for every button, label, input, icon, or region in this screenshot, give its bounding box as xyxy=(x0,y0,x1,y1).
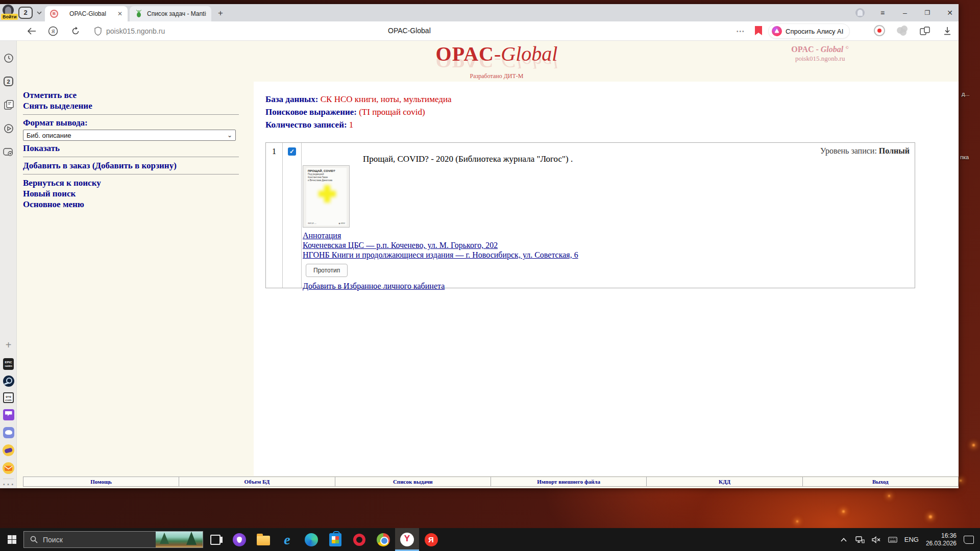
browser-profile-icon[interactable] xyxy=(855,8,865,17)
footer-item-kdd[interactable]: КДД xyxy=(647,477,802,486)
toolbar-dots-icon[interactable]: ••• xyxy=(737,29,745,34)
taskbar-yandex-app[interactable]: Я xyxy=(419,528,443,551)
sidebar-item-select-all[interactable]: Отметить все xyxy=(23,90,239,101)
opac-tagline: Разработано ДИТ-М xyxy=(430,72,563,80)
side-panels-icon[interactable] xyxy=(919,25,931,37)
side-panel-divider xyxy=(3,479,14,479)
language-indicator[interactable]: ENG xyxy=(904,536,919,543)
footer-item-db-volume[interactable]: Объем БД xyxy=(179,477,335,486)
footer-item-help[interactable]: Помощь xyxy=(23,477,179,486)
browser-menu-icon[interactable]: ≡ xyxy=(878,9,887,17)
taskbar-file-explorer[interactable] xyxy=(251,528,275,551)
page-area: 2 + EPICGAMES gogcom • • xyxy=(0,41,959,488)
sidebar-item-show[interactable]: Показать xyxy=(23,143,239,154)
holding-link-kochenevo[interactable]: Коченевская ЦБС — р.п. Коченево, ул. М. … xyxy=(303,240,578,250)
epic-games-icon[interactable]: EPICGAMES xyxy=(3,358,14,370)
notes-icon[interactable] xyxy=(3,99,14,111)
sidebar-item-add-to-order[interactable]: Добавить в заказ (Добавить в корзину) xyxy=(23,160,239,171)
url-text[interactable]: poisk015.ngonb.ru xyxy=(106,27,165,35)
volume-muted-icon[interactable] xyxy=(872,535,881,544)
annotation-link[interactable]: Аннотация xyxy=(303,231,578,240)
prototype-button[interactable]: Прототип xyxy=(306,264,348,277)
divider xyxy=(23,157,239,157)
ask-alice-button[interactable]: Спросить Алису AI xyxy=(768,23,850,39)
tab-title: Список задач - MantisBT xyxy=(147,10,206,17)
search-highlight-image[interactable] xyxy=(156,532,203,547)
chrome-icon xyxy=(377,533,390,546)
history-icon[interactable] xyxy=(3,52,14,64)
taskbar-search[interactable]: Поиск xyxy=(23,531,203,548)
clock[interactable]: 16:36 26.03.2026 xyxy=(926,532,957,547)
taskbar-opera[interactable] xyxy=(347,528,371,551)
minimize-icon[interactable]: – xyxy=(900,9,910,17)
network-icon[interactable] xyxy=(855,535,865,544)
tab-title: OPAC-Global xyxy=(62,10,113,17)
holding-link-ngonb[interactable]: НГОНБ Книги и продолжающиеся издания — г… xyxy=(303,250,578,260)
tab-opac-global[interactable]: В OPAC-Global ✕ xyxy=(45,6,128,21)
opac-logo-reflection: OPAC-Global xyxy=(430,59,563,73)
back-icon[interactable] xyxy=(26,25,38,37)
chevron-down-icon[interactable] xyxy=(37,10,42,15)
desktop-icon-label[interactable]: пка xyxy=(960,154,969,160)
profile-chip[interactable]: Войти xyxy=(1,4,16,21)
tray-chevron-icon[interactable] xyxy=(839,535,848,544)
format-label: Формат вывода: xyxy=(23,118,239,128)
steam-icon[interactable] xyxy=(3,375,14,387)
record-icon[interactable] xyxy=(874,25,885,36)
sidebar-item-new-search[interactable]: Новый поиск xyxy=(23,188,239,199)
task-view-button[interactable] xyxy=(203,528,227,551)
side-panel-more-icon[interactable]: • • • xyxy=(3,482,14,487)
taskbar-edge[interactable] xyxy=(299,528,323,551)
format-select[interactable]: Биб. описание ⌄ xyxy=(23,130,236,141)
downloads-icon[interactable] xyxy=(941,25,953,37)
touch-keyboard-icon[interactable] xyxy=(888,535,897,544)
site-badge-icon[interactable] xyxy=(92,25,104,37)
maximize-icon[interactable]: ❐ xyxy=(923,9,932,16)
taskbar-internet-explorer[interactable]: e xyxy=(275,528,299,551)
login-badge[interactable]: Войти xyxy=(1,14,18,20)
search-placeholder: Поиск xyxy=(43,536,63,544)
sidebar-item-back-to-search[interactable]: Вернуться к поиску xyxy=(23,178,239,188)
taskbar-yandex-browser-active[interactable] xyxy=(395,528,419,551)
sidebar-item-main-menu[interactable]: Основное меню xyxy=(23,199,239,210)
desktop-icon-label[interactable]: д... xyxy=(962,91,970,97)
taskbar-alice[interactable] xyxy=(227,528,251,551)
ember-spark xyxy=(796,520,798,522)
tab-close-icon[interactable]: ✕ xyxy=(117,10,122,17)
footer-item-import-file[interactable]: Импорт внешнего файла xyxy=(491,477,647,486)
close-icon[interactable]: ✕ xyxy=(945,9,954,17)
yandex-mail-icon[interactable] xyxy=(3,462,14,474)
taskbar-ms-store[interactable] xyxy=(323,528,347,551)
discord-icon[interactable] xyxy=(3,427,14,438)
notification-center-icon[interactable] xyxy=(964,536,974,544)
tabs-panel-icon[interactable]: 2 xyxy=(3,76,14,87)
cover-yellow-cross xyxy=(318,185,336,203)
record-title: Прощай, COVID? - 2020 (Библиотека журнал… xyxy=(363,154,573,164)
yandex-browser-icon xyxy=(400,533,414,546)
yandex-home-icon[interactable]: Я xyxy=(47,25,59,37)
bookmark-icon[interactable] xyxy=(755,26,762,35)
new-tab-button[interactable]: + xyxy=(214,8,227,20)
twitch-icon[interactable] xyxy=(3,409,14,420)
reload-icon[interactable] xyxy=(69,25,82,37)
tab-mantisbt[interactable]: Список задач - MantisBT xyxy=(130,6,211,21)
sidebar-item-deselect-all[interactable]: Снять выделение xyxy=(23,101,239,111)
start-button[interactable] xyxy=(0,528,23,551)
gog-icon[interactable]: gogcom xyxy=(3,392,14,404)
play-panel-icon[interactable] xyxy=(3,122,14,134)
screenshot-icon[interactable] xyxy=(3,146,14,158)
collections-icon[interactable] xyxy=(897,26,908,36)
footer-item-exit[interactable]: Выход xyxy=(803,477,958,486)
add-shortcut-icon[interactable]: + xyxy=(3,339,14,351)
taskbar-chrome[interactable] xyxy=(371,528,395,551)
book-cover[interactable]: ПРОЩАЙ, COVID? Под редакцией Константина… xyxy=(303,165,350,228)
games-icon[interactable] xyxy=(3,444,14,456)
record-checkbox[interactable]: ✓ xyxy=(288,147,296,156)
footer-item-issue-list[interactable]: Список выдачи xyxy=(335,477,491,486)
tab-counter[interactable]: 2 xyxy=(18,7,33,19)
alice-icon xyxy=(772,26,782,36)
browser-side-panel: 2 + EPICGAMES gogcom • • xyxy=(0,41,17,488)
add-to-favorites-link[interactable]: Добавить в Избранное личного кабинета xyxy=(303,282,445,291)
opac-sidebar-menu: Отметить все Снять выделение Формат выво… xyxy=(23,90,239,210)
result-record: 1 ✓ Уровень записи: Полный Прощай, COVID… xyxy=(265,142,915,288)
